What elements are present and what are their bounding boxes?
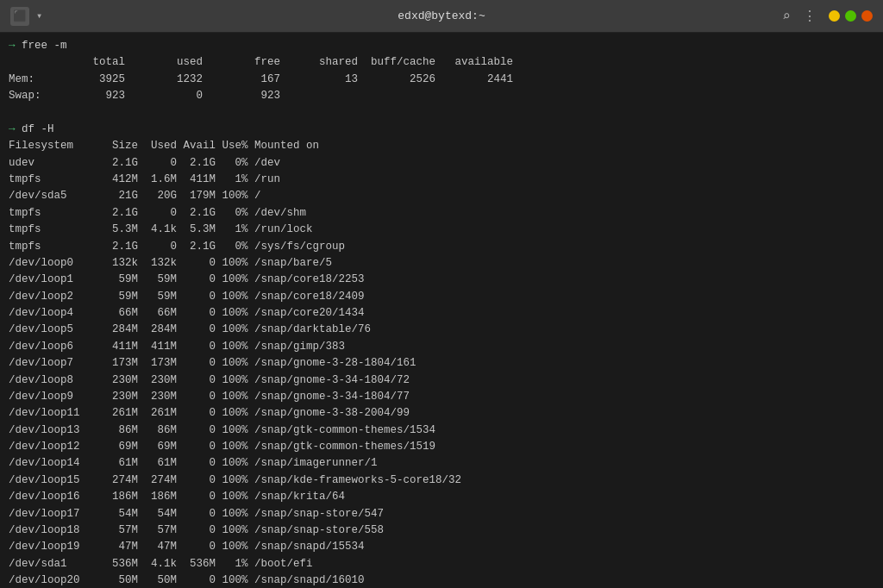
command-text: free -m xyxy=(22,40,67,52)
terminal-line: tmpfs 2.1G 0 2.1G 0% /dev/shm xyxy=(9,205,874,222)
terminal-line: tmpfs 2.1G 0 2.1G 0% /sys/fs/cgroup xyxy=(9,239,874,255)
titlebar-right: ⌕ ⋮ xyxy=(782,8,873,25)
menu-icon[interactable]: ⋮ xyxy=(803,8,817,25)
terminal-line: /dev/loop6 411M 411M 0 100% /snap/gimp/3… xyxy=(9,339,874,355)
terminal-line: total used free shared buff/cache availa… xyxy=(9,54,874,71)
terminal-line: /dev/loop20 50M 50M 0 100% /snap/snapd/1… xyxy=(9,572,874,588)
terminal-line: /dev/loop0 132k 132k 0 100% /snap/bare/5 xyxy=(9,255,874,272)
terminal-line: → df -H xyxy=(9,122,874,138)
terminal-line: /dev/sda5 21G 20G 179M 100% / xyxy=(9,188,874,204)
terminal-line: Swap: 923 0 923 xyxy=(9,88,874,104)
terminal-line: Filesystem Size Used Avail Use% Mounted … xyxy=(9,138,874,154)
titlebar-dropdown[interactable]: ▾ xyxy=(36,9,42,22)
window-title: edxd@bytexd:~ xyxy=(398,9,485,22)
titlebar: ⬛ ▾ edxd@bytexd:~ ⌕ ⋮ xyxy=(0,0,883,33)
terminal-line: tmpfs 5.3M 4.1k 5.3M 1% /run/lock xyxy=(9,222,874,238)
close-button[interactable] xyxy=(861,10,873,22)
terminal-line: /dev/loop1 59M 59M 0 100% /snap/core18/2… xyxy=(9,272,874,288)
terminal-line: /dev/sda1 536M 4.1k 536M 1% /boot/efi xyxy=(9,556,874,572)
command-text: df -H xyxy=(22,123,54,135)
terminal-line: Mem: 3925 1232 167 13 2526 2441 xyxy=(9,72,874,88)
prompt-symbol: → xyxy=(9,123,22,135)
terminal-line: /dev/loop5 284M 284M 0 100% /snap/darkta… xyxy=(9,322,874,338)
terminal-content[interactable]: → free -m total used free shared buff/ca… xyxy=(0,33,883,588)
terminal-line: → free -m xyxy=(9,38,874,54)
terminal-line: /dev/loop19 47M 47M 0 100% /snap/snapd/1… xyxy=(9,539,874,555)
maximize-button[interactable] xyxy=(845,10,856,22)
terminal-line: /dev/loop4 66M 66M 0 100% /snap/core20/1… xyxy=(9,305,874,322)
terminal-line: /dev/loop14 61M 61M 0 100% /snap/imageru… xyxy=(9,455,874,472)
terminal-line: /dev/loop15 274M 274M 0 100% /snap/kde-f… xyxy=(9,472,874,489)
terminal-line: /dev/loop17 54M 54M 0 100% /snap/snap-st… xyxy=(9,506,874,522)
terminal-line xyxy=(9,105,874,122)
prompt-symbol: → xyxy=(9,40,22,52)
terminal-line: /dev/loop16 186M 186M 0 100% /snap/krita… xyxy=(9,489,874,505)
search-icon[interactable]: ⌕ xyxy=(782,8,791,25)
minimize-button[interactable] xyxy=(829,10,840,22)
window-controls xyxy=(829,10,873,22)
terminal-icon: ⬛ xyxy=(10,7,29,26)
terminal-line: /dev/loop9 230M 230M 0 100% /snap/gnome-… xyxy=(9,389,874,405)
terminal-line: /dev/loop18 57M 57M 0 100% /snap/snap-st… xyxy=(9,522,874,539)
terminal-line: udev 2.1G 0 2.1G 0% /dev xyxy=(9,155,874,172)
terminal-line: /dev/loop7 173M 173M 0 100% /snap/gnome-… xyxy=(9,355,874,372)
terminal-line: tmpfs 412M 1.6M 411M 1% /run xyxy=(9,172,874,188)
terminal-line: /dev/loop11 261M 261M 0 100% /snap/gnome… xyxy=(9,405,874,422)
terminal-line: /dev/loop12 69M 69M 0 100% /snap/gtk-com… xyxy=(9,439,874,455)
terminal-line: /dev/loop13 86M 86M 0 100% /snap/gtk-com… xyxy=(9,422,874,439)
titlebar-left: ⬛ ▾ xyxy=(10,7,42,26)
terminal-line: /dev/loop8 230M 230M 0 100% /snap/gnome-… xyxy=(9,372,874,389)
terminal-line: /dev/loop2 59M 59M 0 100% /snap/core18/2… xyxy=(9,289,874,305)
